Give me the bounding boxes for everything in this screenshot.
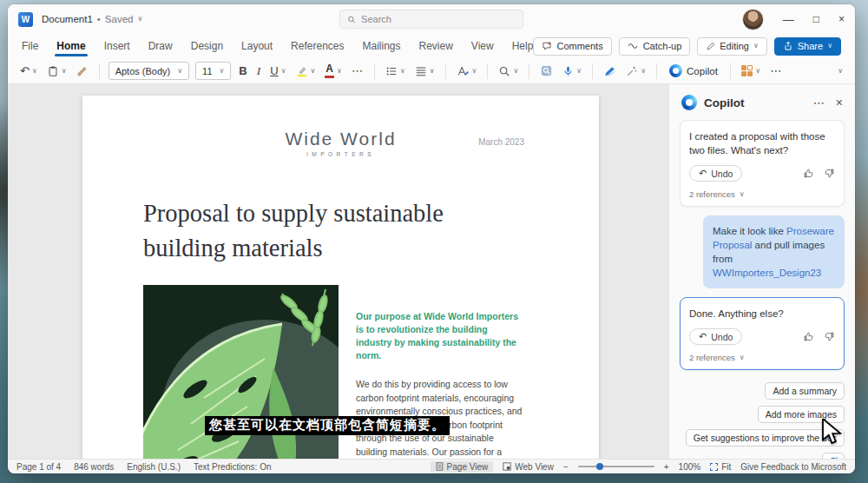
divider [529, 63, 529, 79]
thumbs-down-icon[interactable] [824, 331, 835, 342]
editor-button[interactable] [538, 63, 555, 79]
page-view-button[interactable]: Page View [431, 461, 494, 473]
title-separator: • [97, 14, 101, 24]
copilot-header: Copilot ⋯ × [681, 95, 843, 110]
fit-button[interactable]: Fit [710, 462, 731, 472]
divider [99, 63, 100, 79]
minimize-button[interactable]: — [783, 14, 794, 25]
undo-icon: ↶ [699, 332, 707, 341]
tab-mailings[interactable]: Mailings [362, 36, 400, 57]
tab-help[interactable]: Help [512, 36, 534, 57]
share-button[interactable]: Share ∨ [774, 37, 841, 56]
chevron-down-icon: ∨ [177, 68, 182, 75]
search-box[interactable] [339, 10, 523, 29]
close-panel-icon[interactable]: × [836, 96, 843, 109]
tab-review[interactable]: Review [419, 36, 453, 57]
tab-file[interactable]: File [22, 36, 38, 57]
word-count[interactable]: 846 words [74, 462, 114, 472]
underline-button[interactable]: U ∨ [268, 63, 287, 79]
magic-wand-icon [626, 65, 638, 77]
references-toggle[interactable]: 2 references ∨ [689, 189, 835, 199]
line-spacing-icon [415, 65, 427, 77]
italic-button[interactable]: I [255, 63, 263, 80]
web-view-icon [503, 462, 511, 471]
ellipsis-icon: ⋯ [352, 64, 364, 77]
ribbon-tab-row: File Home Insert Draw Design Layout Refe… [8, 34, 855, 58]
font-color-button[interactable]: A ∨ [323, 62, 344, 79]
maximize-button[interactable]: □ [813, 14, 819, 24]
paste-button[interactable]: ∨ [45, 63, 69, 79]
format-painter-button[interactable] [75, 63, 90, 79]
tab-draw[interactable]: Draw [148, 36, 173, 57]
document-canvas[interactable]: Wide World IMPORTERS March 2023 Proposal… [8, 84, 668, 459]
divider [656, 63, 657, 79]
undo-icon: ↶ [699, 169, 707, 178]
add-ins-button[interactable]: ∨ [740, 63, 762, 79]
divider [487, 63, 488, 79]
tab-references[interactable]: References [291, 36, 344, 57]
font-color-icon: A [325, 63, 334, 77]
thumbs-up-icon[interactable] [803, 331, 814, 342]
text-predictions-indicator[interactable]: Text Predictions: On [194, 462, 271, 472]
save-status: Saved [105, 14, 134, 24]
chevron-down-icon: ∨ [311, 68, 316, 75]
chevron-down-icon: ∨ [753, 43, 759, 50]
undo-button[interactable]: ↶ Undo [689, 165, 742, 182]
document-page[interactable]: Wide World IMPORTERS March 2023 Proposal… [82, 96, 599, 459]
feedback-link[interactable]: Give Feedback to Microsoft [740, 462, 846, 472]
tab-home[interactable]: Home [56, 36, 85, 57]
collapse-ribbon-button[interactable]: ∨ [836, 66, 845, 76]
search-input[interactable] [361, 14, 516, 24]
zoom-out-button[interactable]: − [563, 462, 569, 472]
font-name-dropdown[interactable]: Aptos (Body) ∨ [108, 62, 189, 80]
copilot-message-card: I created a proposal with those two file… [680, 120, 845, 207]
tab-view[interactable]: View [471, 36, 494, 57]
copilot-ribbon-button[interactable]: Copilot [666, 63, 721, 79]
comments-button[interactable]: Comments [533, 37, 611, 56]
web-view-button[interactable]: Web View [503, 462, 554, 472]
bold-button[interactable]: B [237, 63, 248, 79]
font-size-dropdown[interactable]: 11 ∨ [195, 62, 231, 80]
find-button[interactable]: ∨ [496, 63, 520, 79]
wave-icon [628, 42, 639, 50]
line-spacing-button[interactable]: ∨ [413, 63, 437, 79]
page-indicator[interactable]: Page 1 of 4 [16, 462, 61, 472]
tab-layout[interactable]: Layout [241, 36, 273, 57]
zoom-in-button[interactable]: + [664, 462, 669, 472]
references-toggle[interactable]: 2 references ∨ [689, 353, 835, 362]
chip-add-summary[interactable]: Add a summary [765, 382, 845, 400]
styles-button[interactable]: ∨ [455, 63, 479, 79]
chevron-down-icon: ∨ [827, 43, 832, 50]
tab-insert[interactable]: Insert [104, 36, 130, 57]
user-avatar[interactable] [742, 9, 764, 30]
autoformat-button[interactable]: ∨ [624, 63, 648, 79]
more-formatting-button[interactable]: ⋯ [350, 63, 365, 79]
document-header: Wide World IMPORTERS March 2023 [82, 129, 599, 167]
zoom-slider-thumb[interactable] [596, 463, 603, 470]
chevron-down-icon: ∨ [430, 68, 435, 75]
undo-button[interactable]: ↶ ∨ [18, 63, 39, 78]
thumbs-up-icon[interactable] [803, 168, 814, 179]
document-heading: Proposal to supply sustainable building … [143, 196, 524, 266]
dictate-button[interactable]: ∨ [561, 63, 583, 79]
copilot-message-text: I created a proposal with those two file… [689, 129, 835, 157]
zoom-level[interactable]: 100% [679, 462, 701, 472]
zoom-slider[interactable] [578, 466, 654, 467]
undo-button[interactable]: ↶ Undo [689, 328, 742, 345]
brush-icon [76, 65, 89, 77]
overflow-button[interactable]: ⋯ [768, 63, 784, 79]
thumbs-down-icon[interactable] [824, 168, 835, 179]
catchup-button[interactable]: Catch-up [619, 37, 691, 56]
chevron-down-icon: ∨ [472, 68, 477, 75]
editing-mode-dropdown[interactable]: Editing ∨ [697, 37, 767, 56]
highlight-button[interactable]: ∨ [294, 63, 318, 79]
more-options-icon[interactable]: ⋯ [813, 96, 825, 109]
document-title-menu[interactable]: Document1 • Saved ∨ [42, 14, 142, 24]
copilot-icon [669, 64, 682, 77]
language-indicator[interactable]: English (U.S.) [127, 462, 181, 472]
draft-pen-button[interactable] [602, 63, 618, 79]
file-link[interactable]: WWImporters_Design23 [713, 268, 821, 278]
bullets-button[interactable]: ∨ [384, 63, 407, 79]
close-button[interactable]: × [838, 14, 845, 24]
tab-design[interactable]: Design [191, 36, 223, 57]
